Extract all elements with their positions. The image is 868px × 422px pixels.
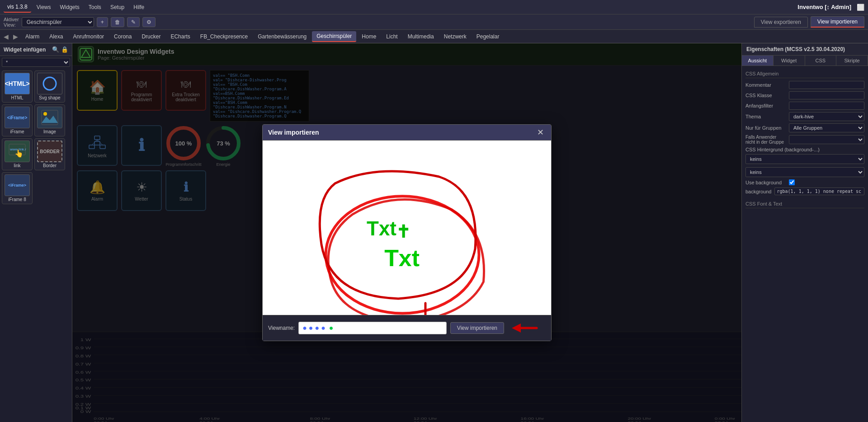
prop-label-nur-fuer-gruppen: Nur für Gruppen <box>745 125 786 131</box>
props-css-allgemein: CSS Allgemein Kommentar CSS Klasse Anfan… <box>742 66 868 215</box>
widget-iframe[interactable]: <iFrame> iFrame <box>2 104 33 136</box>
aktiver-view-select[interactable]: Geschirrspüler <box>22 17 94 27</box>
dot-1: ● <box>302 324 307 332</box>
prop-label-css-klasse: CSS Klasse <box>745 93 786 98</box>
svg-point-0 <box>43 77 56 90</box>
prop-select-keins[interactable]: keins <box>745 167 864 177</box>
delete-view-button[interactable]: 🗑 <box>111 17 124 27</box>
prop-label-css-hintergrund: CSS Hintergrund (background-...) <box>745 147 864 152</box>
widget-border-label: Border <box>43 163 57 168</box>
tab-anrufmonitor[interactable]: Anrufmonitor <box>68 32 108 42</box>
page-tab-nav: ◀ ▶ Alarm Alexa Anrufmonitor Corona Druc… <box>0 30 868 43</box>
prop-label-background: background <box>745 189 772 194</box>
settings-view-button[interactable]: ⚙ <box>142 17 156 27</box>
prop-select-css-hintergrund[interactable]: keins <box>745 154 864 164</box>
widget-category-select[interactable]: * <box>2 58 70 67</box>
dot-4: ● <box>321 324 326 332</box>
modal-import-button[interactable]: View importieren <box>450 322 504 334</box>
widget-image-label: Image <box>43 129 56 134</box>
widget-iframe8-icon: <iFrame> <box>5 174 30 196</box>
edit-view-button[interactable]: ✎ <box>127 17 140 27</box>
tab-echarts[interactable]: ECharts <box>166 32 194 42</box>
widget-iframe-icon: <iFrame> <box>5 107 30 128</box>
export-view-button[interactable]: View exportieren <box>754 17 808 28</box>
widget-border-icon: BORDER <box>37 141 62 162</box>
tab-drucker[interactable]: Drucker <box>137 32 165 42</box>
tab-fb-checkpresence[interactable]: FB_Checkpresence <box>196 32 252 42</box>
svg-point-55 <box>326 196 479 313</box>
prop-row-thema: Thema dark-hive <box>745 112 864 121</box>
widget-iframe8[interactable]: <iFrame> iFrame 8 <box>2 172 33 204</box>
dot-2: ● <box>309 324 313 332</box>
widget-svg[interactable]: Svg shape <box>34 70 65 103</box>
dot-5: ● <box>329 324 334 332</box>
svg-text:✝: ✝ <box>396 222 410 241</box>
svg-point-3 <box>43 112 47 116</box>
prop-select-gruppen[interactable]: Alle Gruppen <box>789 123 864 132</box>
properties-panel: Eigenschaften (MCSS v2.5 30.04.2020) Aus… <box>741 43 868 422</box>
svg-text:Txt: Txt <box>367 217 396 239</box>
modal-header: View importieren ✕ <box>263 125 551 141</box>
widget-panel: Widget einfügen 🔍 🔒 * <HTML> HTML Svg sh… <box>0 43 72 422</box>
prop-row-falls-anwender: Falls Anwender nicht in der Gruppe <box>745 135 864 145</box>
add-view-button[interactable]: + <box>97 17 108 27</box>
tab-licht[interactable]: Licht <box>382 32 402 42</box>
tab-home[interactable]: Home <box>357 32 381 42</box>
menu-bar: vis 1.3.8 Views Widgets Tools Setup Hilf… <box>0 0 868 14</box>
prop-checkbox-use-background[interactable] <box>789 179 795 185</box>
tab-netzwerk[interactable]: Netzwerk <box>439 32 471 42</box>
tab-widget[interactable]: Widget <box>774 56 805 66</box>
modal-footer: Viewname: ● ● ● ● ● View importieren <box>263 315 551 341</box>
prop-input-kommentar[interactable] <box>789 81 864 89</box>
widget-image[interactable]: Image <box>34 104 65 136</box>
widget-link[interactable]: www.link.net 👆 link <box>2 138 33 170</box>
props-panel-header: Eigenschaften (MCSS v2.5 30.04.2020) <box>742 43 868 56</box>
menu-widgets[interactable]: Widgets <box>57 2 83 12</box>
tab-aussicht[interactable]: Aussicht <box>742 56 774 66</box>
import-view-button[interactable]: View importieren <box>811 16 864 28</box>
menu-vis[interactable]: vis 1.3.8 <box>4 2 31 13</box>
main-layout: Widget einfügen 🔍 🔒 * <HTML> HTML Svg sh… <box>0 43 868 422</box>
tab-multimedia[interactable]: Multimedia <box>403 32 439 42</box>
widget-html-label: HTML <box>11 95 23 100</box>
modal-annotation-layer: Txt ✝ <box>263 141 551 315</box>
widget-html[interactable]: <HTML> HTML <box>2 70 33 103</box>
tab-skripte[interactable]: Skripte <box>836 56 868 66</box>
tab-geschirrspuler[interactable]: Geschirrspüler <box>312 31 356 42</box>
prop-input-background[interactable] <box>774 188 865 195</box>
search-icon[interactable]: 🔍 <box>52 46 59 53</box>
widget-iframe8-label: iFrame 8 <box>8 197 26 202</box>
menu-tools[interactable]: Tools <box>85 2 105 12</box>
maximize-icon[interactable]: ⬜ <box>857 4 864 11</box>
tab-pegelalar[interactable]: Pegelalar <box>472 32 504 42</box>
lock-icon[interactable]: 🔒 <box>61 46 68 53</box>
prop-input-css-klasse[interactable] <box>789 91 864 99</box>
menu-views[interactable]: Views <box>33 2 55 12</box>
widget-link-label: link <box>14 163 20 168</box>
modal-view-importieren: View importieren ✕ Txt <box>262 124 552 341</box>
prop-row-anfangsfilter: Anfangsfilter <box>745 102 864 110</box>
modal-close-button[interactable]: ✕ <box>535 128 546 136</box>
tab-gartenbewasserung[interactable]: Gartenbewässerung <box>253 32 311 42</box>
tab-alarm[interactable]: Alarm <box>21 32 44 42</box>
prop-input-anfangsfilter[interactable] <box>789 102 864 110</box>
modal-body: Txt Txt ✝ <box>263 141 551 315</box>
tab-nav-next[interactable]: ▶ <box>11 33 20 40</box>
widget-image-icon <box>37 107 62 128</box>
tab-alexa[interactable]: Alexa <box>45 32 67 42</box>
prop-css-hintergrund-group: CSS Hintergrund (background-...) keins <box>745 147 864 164</box>
viewname-label: Viewname: <box>268 325 295 331</box>
prop-select-falls-anwender[interactable] <box>789 135 864 144</box>
prop-keins-group: keins <box>745 166 864 177</box>
tab-css[interactable]: CSS <box>805 56 837 66</box>
menu-hilfe[interactable]: Hilfe <box>130 2 148 12</box>
props-section-title-css: CSS Allgemein <box>745 70 864 78</box>
widget-link-icon: www.link.net 👆 <box>5 141 30 162</box>
prop-select-thema[interactable]: dark-hive <box>789 112 864 121</box>
tab-corona[interactable]: Corona <box>109 32 136 42</box>
modal-overlay: View importieren ✕ Txt <box>72 43 741 422</box>
widget-border[interactable]: BORDER Border <box>34 138 65 170</box>
widget-panel-title: Widget einfügen <box>4 47 46 53</box>
tab-nav-prev[interactable]: ◀ <box>2 33 10 40</box>
menu-setup[interactable]: Setup <box>107 2 128 12</box>
